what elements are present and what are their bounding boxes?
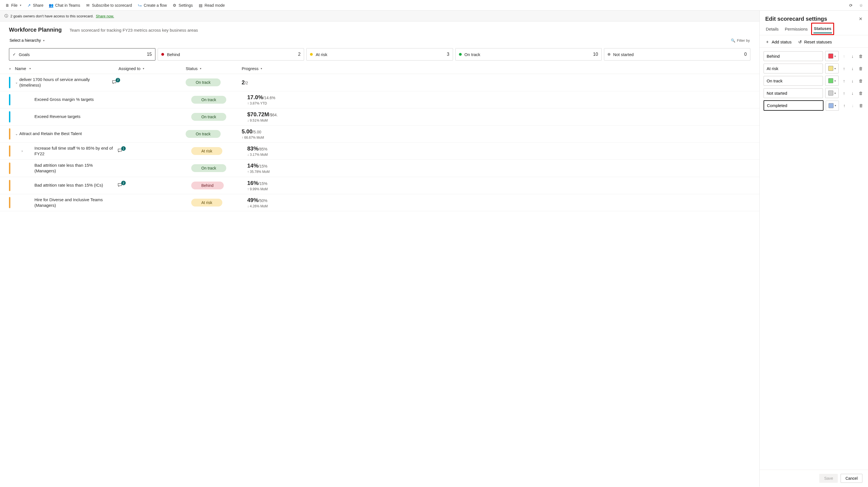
expand-toggle[interactable]: › (19, 149, 25, 153)
status-pill[interactable]: At risk (191, 199, 222, 206)
comments-button[interactable]: 2 (117, 182, 124, 188)
comment-count-badge: 1 (121, 146, 126, 151)
expand-toggle[interactable]: ⌄ (14, 80, 19, 84)
add-status-button[interactable]: ＋ Add status (765, 39, 792, 45)
chevron-down-icon: ▾ (29, 67, 31, 70)
chevron-down-icon: ▾ (200, 67, 201, 70)
col-status-label[interactable]: Status (186, 66, 198, 71)
tab-statuses[interactable]: Statuses (813, 24, 832, 33)
readmode-button[interactable]: ▤ Read mode (196, 2, 227, 9)
move-up-button[interactable]: ↑ (841, 79, 847, 83)
goal-name: Exceed Revenue targets (34, 114, 117, 119)
close-panel-button[interactable]: ✕ (859, 16, 862, 22)
check-icon: ✓ (12, 52, 16, 57)
chat-teams-button[interactable]: 👥 Chat in Teams (47, 2, 82, 9)
comments-button[interactable]: 1 (117, 148, 124, 154)
status-card-goals[interactable]: ✓Goals15 (9, 48, 155, 60)
color-bar (9, 145, 10, 157)
status-card-behind[interactable]: Behind2 (158, 48, 304, 60)
share-label: Share (33, 3, 43, 7)
delete-status-button[interactable]: 🗑 (858, 54, 864, 59)
share-button[interactable]: ↗ Share (25, 2, 45, 9)
move-down-button[interactable]: ↓ (849, 79, 856, 83)
goal-row[interactable]: ⌄Attract and Retain the Best TalentOn tr… (0, 125, 760, 143)
refresh-icon: ⟳ (849, 3, 852, 7)
tab-permissions[interactable]: Permissions (784, 24, 808, 33)
page-title: Workforce Planning (9, 27, 62, 33)
status-pill[interactable]: On track (191, 164, 226, 172)
status-pill[interactable]: Behind (191, 181, 224, 190)
status-card-not-started[interactable]: Not started0 (604, 48, 750, 60)
goal-row[interactable]: ›Increase full time staff % to 85% by en… (0, 143, 760, 160)
goal-row[interactable]: Hire for Diverse and Inclusive Teams (Ma… (0, 194, 760, 211)
chat-label: Chat in Teams (55, 3, 80, 7)
access-warning-banner: ⓘ 2 goals owners don't have access to th… (0, 11, 760, 22)
status-name-input[interactable] (764, 88, 823, 98)
move-down-button[interactable]: ↓ (849, 91, 856, 95)
move-down-button[interactable]: ↓ (849, 54, 856, 59)
goal-row[interactable]: Bad attrition rate less than 15% (Manage… (0, 160, 760, 177)
comments-button[interactable]: 2 (112, 80, 118, 85)
status-card-on-track[interactable]: On track10 (455, 48, 602, 60)
status-card-label: Goals (19, 52, 30, 57)
delete-status-button[interactable]: 🗑 (858, 103, 864, 108)
save-button[interactable]: Save (819, 474, 838, 483)
status-pill[interactable]: On track (186, 79, 221, 86)
status-dot (459, 53, 462, 56)
banner-text: 2 goals owners don't have access to this… (10, 14, 94, 18)
chevron-down-icon: ▾ (834, 55, 836, 58)
status-color-picker[interactable]: ▾ (825, 88, 839, 98)
status-pill[interactable]: On track (191, 96, 226, 104)
status-color-picker[interactable]: ▾ (825, 76, 839, 86)
tab-details[interactable]: Details (765, 24, 779, 33)
file-icon: 🗎 (5, 3, 9, 7)
goal-row[interactable]: Exceed Revenue targetsOn track$70.72M/$6… (0, 109, 760, 125)
share-now-link[interactable]: Share now. (96, 14, 114, 18)
status-pill[interactable]: On track (191, 113, 226, 121)
status-name-input[interactable] (764, 76, 823, 86)
status-name-input[interactable] (764, 100, 824, 111)
col-progress-label[interactable]: Progress (242, 66, 258, 71)
favorite-button[interactable]: ☆ (857, 2, 865, 9)
subscribe-button[interactable]: ✉ Subscribe to scorecard (84, 2, 134, 9)
move-up-button[interactable]: ↑ (841, 91, 847, 95)
readmode-icon: ▤ (198, 3, 203, 7)
status-color-picker[interactable]: ▾ (826, 101, 839, 111)
status-pill[interactable]: On track (186, 130, 221, 138)
col-assigned-label[interactable]: Assigned to (118, 66, 140, 71)
status-dot (310, 53, 313, 56)
status-name-input[interactable] (764, 64, 823, 74)
cancel-button[interactable]: Cancel (841, 474, 862, 483)
delete-status-button[interactable]: 🗑 (858, 91, 864, 95)
col-name-label[interactable]: Name (15, 66, 26, 71)
settings-button[interactable]: ⚙ Settings (170, 2, 195, 9)
status-name-input[interactable] (764, 51, 823, 61)
goal-row[interactable]: ⌄deliver 1700 hours of service annually … (0, 74, 760, 91)
status-pill[interactable]: At risk (191, 147, 222, 155)
refresh-button[interactable]: ⟳ (847, 2, 855, 9)
file-menu[interactable]: 🗎 File ▾ (3, 2, 24, 9)
delete-status-button[interactable]: 🗑 (858, 79, 864, 83)
status-card-at-risk[interactable]: At risk3 (306, 48, 453, 60)
goal-row[interactable]: Bad attrition rate less than 15% (ICs)2B… (0, 177, 760, 194)
move-up-button[interactable]: ↑ (841, 103, 847, 108)
reset-statuses-button[interactable]: ↺ Reset statuses (798, 39, 832, 45)
status-card-count: 0 (744, 52, 747, 57)
collapse-all-icon[interactable]: » (9, 66, 11, 70)
filter-keyword-box[interactable]: 🔍 Filter by (731, 38, 750, 42)
expand-toggle[interactable]: ⌄ (14, 132, 19, 136)
delete-status-button[interactable]: 🗑 (858, 66, 864, 71)
move-up-button[interactable]: ↑ (841, 66, 847, 71)
add-status-label: Add status (772, 39, 792, 44)
page-header: Workforce Planning Team scorecard for tr… (0, 22, 760, 35)
color-swatch (828, 78, 833, 83)
goal-row[interactable]: Exceed Gross margin % targetsOn track17.… (0, 91, 760, 109)
status-dot (608, 53, 611, 56)
status-color-picker[interactable]: ▾ (825, 63, 839, 74)
chevron-down-icon: ▾ (261, 67, 262, 70)
status-color-picker[interactable]: ▾ (825, 51, 839, 61)
edit-settings-panel: Edit scorecard settings ✕ Details Permis… (760, 11, 868, 487)
move-down-button[interactable]: ↓ (849, 66, 856, 71)
select-hierarchy-dropdown[interactable]: Select a hierarchy ▾ (9, 37, 45, 44)
create-flow-button[interactable]: ⮑ Create a flow (135, 2, 169, 9)
